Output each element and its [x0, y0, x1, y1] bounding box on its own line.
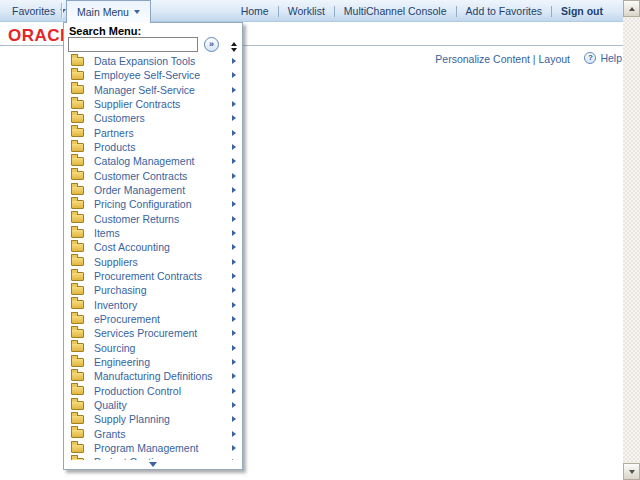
submenu-arrow-icon [232, 144, 236, 150]
menu-item[interactable]: Items [64, 226, 242, 240]
folder-icon [71, 401, 84, 410]
folder-icon [71, 272, 84, 281]
folder-icon [71, 200, 84, 209]
menu-item[interactable]: Products [64, 140, 242, 154]
search-input[interactable] [68, 37, 198, 52]
menu-item-label: Production Control [94, 385, 232, 397]
menu-item-label: Inventory [94, 299, 232, 311]
personalize-content-layout-link[interactable]: Personalize Content | Layout [435, 53, 570, 65]
submenu-arrow-icon [232, 158, 236, 164]
submenu-arrow-icon [232, 273, 236, 279]
folder-icon [71, 286, 84, 295]
scroll-down-button[interactable] [623, 463, 640, 480]
chevron-down-icon [134, 10, 140, 14]
link-separator [278, 6, 279, 17]
menu-item-label: Supplier Contracts [94, 98, 232, 110]
menu-item[interactable]: Catalog Management [64, 154, 242, 168]
menu-item-label: Products [94, 141, 232, 153]
link-home[interactable]: Home [241, 5, 269, 17]
menu-item[interactable]: Customer Returns [64, 212, 242, 226]
menu-item[interactable]: Partners [64, 126, 242, 140]
menu-item[interactable]: Production Control [64, 384, 242, 398]
tab-main-menu[interactable]: Main Menu [66, 0, 151, 23]
menu-item-label: Procurement Contracts [94, 270, 232, 282]
menu-item[interactable]: Grants [64, 427, 242, 441]
triangle-down-icon [231, 48, 237, 52]
menu-item[interactable]: Program Management [64, 441, 242, 455]
submenu-arrow-icon [232, 330, 236, 336]
tab-main-menu-label: Main Menu [77, 6, 129, 18]
folder-icon [71, 214, 84, 223]
submenu-arrow-icon [232, 416, 236, 422]
menu-item[interactable]: Engineering [64, 355, 242, 369]
menu-item-label: Partners [94, 127, 232, 139]
link-sign-out[interactable]: Sign out [561, 5, 603, 17]
menu-item[interactable]: Suppliers [64, 255, 242, 269]
submenu-arrow-icon [232, 402, 236, 408]
menu-item[interactable]: Supply Planning [64, 412, 242, 426]
arrow-up-icon [629, 7, 635, 11]
folder-icon [71, 85, 84, 94]
menu-item-label: Manager Self-Service [94, 84, 232, 96]
folder-icon [71, 429, 84, 438]
menu-item-label: Quality [94, 399, 232, 411]
folder-icon [71, 329, 84, 338]
submenu-arrow-icon [232, 101, 236, 107]
menu-item-label: Cost Accounting [94, 241, 232, 253]
menu-item-label: eProcurement [94, 313, 232, 325]
submenu-arrow-icon [232, 445, 236, 451]
menu-item[interactable]: Employee Self-Service [64, 68, 242, 82]
folder-icon [71, 343, 84, 352]
folder-icon [71, 300, 84, 309]
menu-item-label: Data Expansion Tools [94, 55, 232, 67]
scroll-updown-icon[interactable] [231, 42, 237, 52]
menu-item[interactable]: Services Procurement [64, 326, 242, 340]
submenu-arrow-icon [232, 388, 236, 394]
search-menu-label: Search Menu: [69, 25, 141, 37]
menu-item[interactable]: Supplier Contracts [64, 97, 242, 111]
tab-favorites[interactable]: Favorites [4, 3, 74, 19]
menu-item[interactable]: Purchasing [64, 283, 242, 297]
folder-icon [71, 128, 84, 137]
menu-item[interactable]: Customers [64, 111, 242, 125]
menu-item[interactable]: Sourcing [64, 341, 242, 355]
menu-item-label: Manufacturing Definitions [94, 370, 232, 382]
submenu-arrow-icon [232, 130, 236, 136]
help-link[interactable]: ? Help [584, 52, 622, 64]
menu-item[interactable]: Cost Accounting [64, 240, 242, 254]
scroll-down-indicator[interactable] [64, 460, 242, 469]
folder-icon [71, 229, 84, 238]
menu-item[interactable]: Procurement Contracts [64, 269, 242, 283]
scroll-up-button[interactable] [623, 0, 640, 17]
folder-icon [71, 143, 84, 152]
main-menu-dropdown: Search Menu: » Data Expansion Tools Empl… [63, 22, 243, 470]
link-add-to-favorites[interactable]: Add to Favorites [466, 5, 542, 17]
menu-item-label: Order Management [94, 184, 232, 196]
menu-item[interactable]: Manufacturing Definitions [64, 369, 242, 383]
folder-icon [71, 386, 84, 395]
menu-item[interactable]: Inventory [64, 298, 242, 312]
menu-item[interactable]: Pricing Configuration [64, 197, 242, 211]
folder-icon [71, 157, 84, 166]
menu-item[interactable]: eProcurement [64, 312, 242, 326]
menu-item[interactable]: Order Management [64, 183, 242, 197]
menu-item[interactable]: Data Expansion Tools [64, 54, 242, 68]
folder-icon [71, 171, 84, 180]
search-go-button[interactable]: » [204, 37, 219, 52]
submenu-arrow-icon [232, 173, 236, 179]
link-worklist[interactable]: Worklist [288, 5, 325, 17]
submenu-arrow-icon [232, 87, 236, 93]
menu-item[interactable]: Manager Self-Service [64, 83, 242, 97]
submenu-arrow-icon [232, 216, 236, 222]
vertical-scrollbar[interactable] [623, 0, 640, 480]
submenu-arrow-icon [232, 345, 236, 351]
menu-item-label: Pricing Configuration [94, 198, 232, 210]
menu-item-label: Customer Returns [94, 213, 232, 225]
submenu-arrow-icon [232, 259, 236, 265]
submenu-arrow-icon [232, 115, 236, 121]
menu-item[interactable]: Quality [64, 398, 242, 412]
submenu-arrow-icon [232, 316, 236, 322]
link-multichannel-console[interactable]: MultiChannel Console [344, 5, 447, 17]
menu-item[interactable]: Customer Contracts [64, 169, 242, 183]
menu-item-label: Employee Self-Service [94, 69, 232, 81]
